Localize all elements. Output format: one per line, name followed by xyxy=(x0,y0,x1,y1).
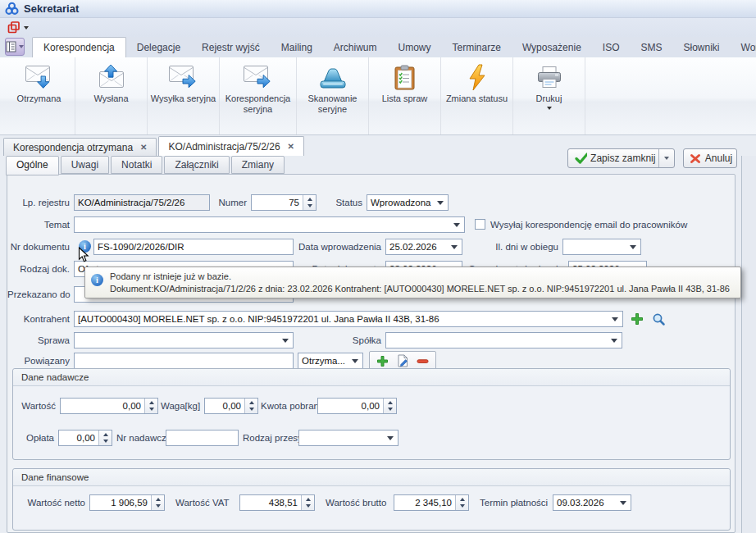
tab-ogolne[interactable]: Ogólne xyxy=(6,156,59,175)
form-row: Wartość netto 1 906,59 Wartość VAT 438,5… xyxy=(13,494,730,511)
ribbon-tab-iso[interactable]: ISO xyxy=(592,38,631,57)
lp-rejestru-field[interactable]: KO/Administracja/75/2/26 xyxy=(74,194,210,211)
ribbon-tab-archiwum[interactable]: Archiwum xyxy=(323,38,388,57)
edit-document-icon[interactable] xyxy=(396,354,409,367)
spin-buttons[interactable] xyxy=(151,495,164,510)
spin-buttons[interactable] xyxy=(383,399,396,413)
ribbon-tab-delegacje[interactable]: Delegacje xyxy=(126,38,191,57)
wartosc-vat-label: Wartość VAT xyxy=(175,494,235,511)
clipboard-icon xyxy=(394,62,416,93)
quick-access-dropdown-icon[interactable] xyxy=(24,26,29,30)
ribbon-tab-umowy[interactable]: Umowy xyxy=(388,38,442,57)
kontrahent-combo[interactable]: [AUTO000430] MORELE.NET sp. z o.o. NIP:9… xyxy=(74,311,623,327)
remove-icon[interactable] xyxy=(417,355,429,367)
close-tab-icon[interactable] xyxy=(288,143,294,151)
tab-uwagi[interactable]: Uwagi xyxy=(61,156,109,174)
il-dni-combo[interactable] xyxy=(562,239,641,255)
toolbar-button-lista-spraw[interactable]: Lista spraw xyxy=(369,57,441,134)
doc-tab-label: KO/Administracja/75/2/26 xyxy=(168,141,280,153)
wartosc-brutto-value: 2 345,10 xyxy=(394,498,455,508)
search-kontrahent-button[interactable] xyxy=(649,310,667,328)
powiazany-field[interactable] xyxy=(74,353,294,369)
doc-tab-ko-administracja[interactable]: KO/Administracja/75/2/26 xyxy=(158,136,303,156)
duplicate-number-tooltip: Podany nr istnieje już w bazie. Dokument… xyxy=(84,266,741,298)
wartosc-brutto-spinner[interactable]: 2 345,10 xyxy=(394,494,469,511)
status-label: Status xyxy=(332,194,362,211)
form-row: Wartość 0,00 Waga[kg] 0,00 Kwota pobrani… xyxy=(13,398,730,414)
toolbar-button-wysylka-seryjna[interactable]: Wysyłka seryjna xyxy=(148,57,220,134)
scanner-icon xyxy=(317,62,348,93)
add-icon[interactable] xyxy=(376,355,389,367)
kontrahent-label: Kontrahent xyxy=(7,311,70,327)
ribbon-toolbar: Otrzymana Wysłana Wysyłka seryjna Koresp… xyxy=(0,57,756,135)
app-menu-caret-icon xyxy=(19,45,24,48)
toolbar-button-wyslana[interactable]: Wysłana xyxy=(75,57,148,134)
add-kontrahent-button[interactable] xyxy=(628,310,646,328)
doc-tab-korespondencja-otrzymana[interactable]: Korespondencja otrzymana xyxy=(3,138,157,156)
rodzaj-dok-label: Rodzaj dok. xyxy=(7,261,70,277)
wartosc-spinner[interactable]: 0,00 xyxy=(60,398,158,414)
sprawa-combo[interactable] xyxy=(74,332,294,348)
data-wprowadzenia-combo[interactable]: 25.02.2026 xyxy=(385,239,462,255)
email-checkbox[interactable] xyxy=(475,219,485,230)
tab-zmiany[interactable]: Zmiany xyxy=(231,156,285,174)
rodzaj-przesylki-combo[interactable] xyxy=(298,430,398,446)
spolka-combo[interactable] xyxy=(385,332,622,348)
spin-buttons[interactable] xyxy=(98,430,112,445)
wartosc-netto-spinner[interactable]: 1 906,59 xyxy=(89,494,165,511)
drukuj-dropdown-icon[interactable] xyxy=(547,107,552,110)
save-close-button[interactable]: Zapisz zamknij xyxy=(567,148,675,168)
ribbon-tab-workflow[interactable]: WorkFlow xyxy=(731,38,756,57)
ribbon-tab-sms[interactable]: SMS xyxy=(630,38,672,57)
green-check-icon xyxy=(575,153,587,164)
ribbon-tab-rejestr-wyjsc[interactable]: Rejestr wyjść xyxy=(191,38,271,57)
spin-buttons[interactable] xyxy=(455,495,468,510)
toolbar-button-korespondencja-seryjna[interactable]: Korespondencja seryjna xyxy=(220,57,297,134)
dropdown-arrow-icon xyxy=(352,359,358,363)
spin-buttons[interactable] xyxy=(244,399,257,413)
ribbon-tab-wyposazenie[interactable]: Wyposażenie xyxy=(512,38,592,57)
form-row: Powiązany Otrzyma... xyxy=(7,353,735,369)
powiazany-type-combo[interactable]: Otrzyma... xyxy=(298,353,363,369)
ribbon-tab-terminarze[interactable]: Terminarze xyxy=(442,38,512,57)
tab-zalaczniki[interactable]: Załączniki xyxy=(164,156,229,174)
oplata-spinner[interactable]: 0,00 xyxy=(58,430,112,446)
toolbar-button-skanowanie-seryjne[interactable]: Skanowanie seryjne xyxy=(297,57,369,134)
tooltip-line-2: Dokument:KO/Administracja/71/2/26 z dnia… xyxy=(110,283,736,295)
toolbar-button-otrzymana[interactable]: Otrzymana xyxy=(3,57,75,134)
nr-nadawczy-field[interactable] xyxy=(166,430,239,446)
ribbon-empty-space xyxy=(585,57,756,134)
ribbon-tab-korespondencja[interactable]: Korespondencja xyxy=(32,37,126,57)
close-tab-icon[interactable] xyxy=(140,144,147,152)
spin-buttons[interactable] xyxy=(144,399,157,413)
ribbon-tab-mailing[interactable]: Mailing xyxy=(271,38,323,57)
numer-spinner[interactable]: 75 xyxy=(251,194,317,211)
temat-label: Temat xyxy=(7,216,70,233)
temat-combo[interactable] xyxy=(74,216,465,233)
status-combo[interactable]: Wprowadzona xyxy=(367,194,449,211)
form-row: Temat Wysyłaj korespondencję email do pr… xyxy=(7,216,735,233)
nr-dokumentu-value: FS-1090/2/2026/DIR xyxy=(94,242,187,252)
tab-notatki[interactable]: Notatki xyxy=(111,156,162,174)
termin-platnosci-combo[interactable]: 09.03.2026 xyxy=(553,494,631,511)
cancel-button[interactable]: Anuluj xyxy=(683,148,737,168)
toolbar-button-drukuj[interactable]: Drukuj xyxy=(513,57,585,134)
ribbon-tab-slowniki[interactable]: Słowniki xyxy=(673,38,731,57)
nr-dokumentu-field[interactable]: FS-1090/2/2026/DIR xyxy=(93,239,294,255)
spin-buttons[interactable] xyxy=(301,495,314,510)
waga-spinner[interactable]: 0,00 xyxy=(204,398,258,414)
kontrahent-value: [AUTO000430] MORELE.NET sp. z o.o. NIP:9… xyxy=(75,314,608,324)
restore-windows-red-icon[interactable] xyxy=(7,21,20,34)
save-close-dropdown[interactable] xyxy=(659,149,674,167)
spin-buttons[interactable] xyxy=(303,195,316,210)
wartosc-vat-spinner[interactable]: 438,51 xyxy=(239,494,315,511)
dropdown-arrow-icon xyxy=(451,245,458,249)
app-menu-button[interactable] xyxy=(5,38,25,56)
ribbon-tab-bar: Korespondencja Delegacje Rejestr wyjść M… xyxy=(0,37,756,57)
termin-platnosci-value: 09.03.2026 xyxy=(553,498,617,508)
toolbar-button-zmiana-statusu[interactable]: Zmiana statusu xyxy=(441,57,513,134)
mouse-cursor xyxy=(78,247,89,263)
toolbar-button-label: Korespondencja seryjna xyxy=(220,93,296,115)
kwota-pobrania-spinner[interactable]: 0,00 xyxy=(317,398,397,414)
dropdown-arrow-icon xyxy=(612,317,618,321)
